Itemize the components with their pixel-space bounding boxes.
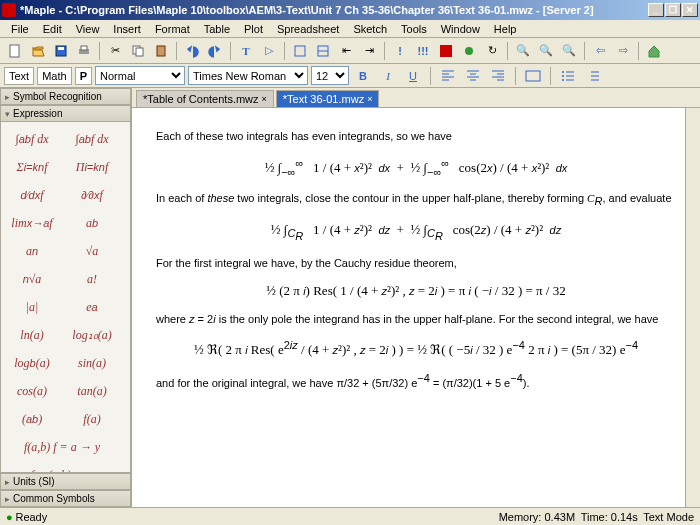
bullets-icon[interactable] bbox=[557, 65, 579, 87]
bold-icon[interactable]: B bbox=[352, 65, 374, 87]
paragraph: Each of these two integrals has even int… bbox=[156, 128, 676, 145]
expr-sub[interactable]: an bbox=[3, 238, 61, 264]
expr-sqrt[interactable]: √a bbox=[63, 238, 121, 264]
expr-func[interactable]: f(a) bbox=[63, 406, 121, 432]
equation: ½ ∫CR 1 / (4 + z²)² dz + ½ ∫CR cos(2z) /… bbox=[156, 220, 676, 245]
maximize-button[interactable]: ❐ bbox=[665, 3, 681, 17]
paste-icon[interactable] bbox=[150, 40, 172, 62]
save-icon[interactable] bbox=[50, 40, 72, 62]
expr-nroot[interactable]: n√a bbox=[3, 266, 61, 292]
section-icon[interactable] bbox=[289, 40, 311, 62]
status-ready: Ready bbox=[15, 511, 47, 523]
expr-double-integral[interactable]: ∫ab f dx bbox=[63, 126, 121, 152]
menu-view[interactable]: View bbox=[69, 21, 107, 37]
expr-logb[interactable]: logb(a) bbox=[3, 350, 61, 376]
math-mode-icon[interactable]: ▷ bbox=[258, 40, 280, 62]
paragraph: For the first integral we have, by the C… bbox=[156, 255, 676, 272]
expr-ln[interactable]: ln(a) bbox=[3, 322, 61, 348]
expr-funcdef[interactable]: f(a,b) f = a → y bbox=[3, 434, 121, 460]
italic-icon[interactable]: I bbox=[377, 65, 399, 87]
forward-icon[interactable]: ⇨ bbox=[612, 40, 634, 62]
restart-icon[interactable]: ↻ bbox=[481, 40, 503, 62]
expr-derivative[interactable]: d⁄dx f bbox=[3, 182, 61, 208]
execute-icon[interactable]: ! bbox=[389, 40, 411, 62]
math-mode-button[interactable]: Math bbox=[37, 67, 71, 85]
menu-help[interactable]: Help bbox=[487, 21, 524, 37]
tab-text36[interactable]: *Text 36-01.mwz× bbox=[276, 90, 380, 107]
undo-icon[interactable] bbox=[181, 40, 203, 62]
paragraph-button[interactable]: P bbox=[75, 67, 92, 85]
tab-toc[interactable]: *Table of Contents.mwz× bbox=[136, 90, 274, 107]
zoom-in-icon[interactable]: 🔍 bbox=[512, 40, 534, 62]
minimize-button[interactable]: _ bbox=[648, 3, 664, 17]
menu-tools[interactable]: Tools bbox=[394, 21, 434, 37]
home-icon[interactable] bbox=[643, 40, 665, 62]
execute-all-icon[interactable]: !!! bbox=[412, 40, 434, 62]
expr-abs[interactable]: |a| bbox=[3, 294, 61, 320]
align-left-icon[interactable] bbox=[437, 65, 459, 87]
expr-integral[interactable]: ∫ab f dx bbox=[3, 126, 61, 152]
redo-icon[interactable] bbox=[204, 40, 226, 62]
palette-symbol-recognition[interactable]: Symbol Recognition bbox=[0, 88, 131, 105]
vertical-scrollbar[interactable] bbox=[685, 108, 700, 507]
print-icon[interactable] bbox=[73, 40, 95, 62]
copy-icon[interactable] bbox=[127, 40, 149, 62]
palette-common-symbols[interactable]: Common Symbols bbox=[0, 490, 131, 507]
style-select[interactable]: Normal bbox=[95, 66, 185, 85]
expr-limit[interactable]: limx→a f bbox=[3, 210, 61, 236]
open-icon[interactable] bbox=[27, 40, 49, 62]
indent-right-icon[interactable]: ⇥ bbox=[358, 40, 380, 62]
equation: ½ ∫−∞∞ 1 / (4 + x²)² dx + ½ ∫−∞∞ cos(2x)… bbox=[156, 155, 676, 180]
close-icon[interactable]: × bbox=[262, 94, 267, 104]
cut-icon[interactable]: ✂ bbox=[104, 40, 126, 62]
menu-spreadsheet[interactable]: Spreadsheet bbox=[270, 21, 346, 37]
menu-table[interactable]: Table bbox=[197, 21, 237, 37]
menu-file[interactable]: File bbox=[4, 21, 36, 37]
close-button[interactable]: ✕ bbox=[682, 3, 698, 17]
expr-tan[interactable]: tan(a) bbox=[63, 378, 121, 404]
align-center-icon[interactable] bbox=[462, 65, 484, 87]
expr-cos[interactable]: cos(a) bbox=[3, 378, 61, 404]
subsection-icon[interactable] bbox=[312, 40, 334, 62]
menu-sketch[interactable]: Sketch bbox=[346, 21, 394, 37]
indent-left-icon[interactable]: ⇤ bbox=[335, 40, 357, 62]
text-mode-icon[interactable]: T bbox=[235, 40, 257, 62]
expr-binom[interactable]: (ab) bbox=[3, 406, 61, 432]
palette-units[interactable]: Units (SI) bbox=[0, 473, 131, 490]
align-right-icon[interactable] bbox=[487, 65, 509, 87]
palette-sidebar: Symbol Recognition Expression ∫ab f dx ∫… bbox=[0, 88, 132, 507]
paragraph: where z = 2i is the only pole the integr… bbox=[156, 311, 676, 328]
zoom-100-icon[interactable]: 🔍 bbox=[535, 40, 557, 62]
menu-window[interactable]: Window bbox=[434, 21, 487, 37]
expr-factorial[interactable]: a! bbox=[63, 266, 121, 292]
menu-edit[interactable]: Edit bbox=[36, 21, 69, 37]
debug-icon[interactable] bbox=[458, 40, 480, 62]
zoom-out-icon[interactable]: 🔍 bbox=[558, 40, 580, 62]
expr-product[interactable]: Πi=kn f bbox=[63, 154, 121, 180]
underline-icon[interactable]: U bbox=[402, 65, 424, 87]
expr-sum[interactable]: Σi=kn f bbox=[3, 154, 61, 180]
menu-insert[interactable]: Insert bbox=[106, 21, 148, 37]
svg-point-15 bbox=[562, 75, 564, 77]
document-body[interactable]: Each of these two integrals has even int… bbox=[132, 108, 700, 507]
expr-power[interactable]: ab bbox=[63, 210, 121, 236]
expr-exp[interactable]: ea bbox=[63, 294, 121, 320]
svg-point-14 bbox=[562, 71, 564, 73]
size-select[interactable]: 12 bbox=[311, 66, 349, 85]
svg-rect-4 bbox=[81, 46, 87, 50]
expr-log10[interactable]: log₁₀(a) bbox=[63, 322, 121, 348]
text-mode-button[interactable]: Text bbox=[4, 67, 34, 85]
menu-format[interactable]: Format bbox=[148, 21, 197, 37]
palette-expression[interactable]: Expression bbox=[0, 105, 131, 122]
expr-partial[interactable]: ∂⁄∂x f bbox=[63, 182, 121, 208]
stop-icon[interactable] bbox=[435, 40, 457, 62]
expr-funcdef2[interactable]: f = (a,b) → z bbox=[3, 462, 121, 473]
close-icon[interactable]: × bbox=[367, 94, 372, 104]
back-icon[interactable]: ⇦ bbox=[589, 40, 611, 62]
numbers-icon[interactable] bbox=[582, 65, 604, 87]
menu-plot[interactable]: Plot bbox=[237, 21, 270, 37]
tab-icon[interactable] bbox=[522, 65, 544, 87]
font-select[interactable]: Times New Roman bbox=[188, 66, 308, 85]
expr-sin[interactable]: sin(a) bbox=[63, 350, 121, 376]
new-icon[interactable] bbox=[4, 40, 26, 62]
